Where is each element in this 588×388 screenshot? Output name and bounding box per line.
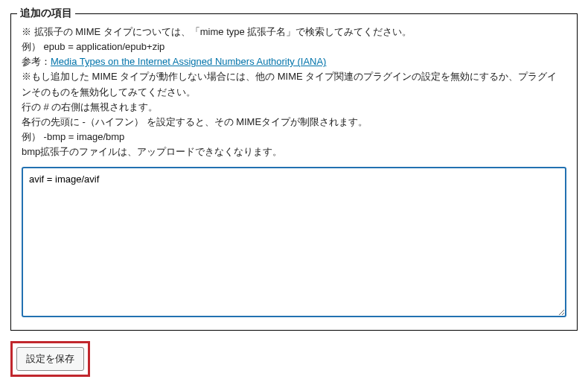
save-button[interactable]: 設定を保存 [16, 347, 84, 371]
desc-prefix: 参考： [22, 56, 51, 67]
button-row: 設定を保存 [10, 341, 578, 377]
iana-link[interactable]: Media Types on the Internet Assigned Num… [51, 56, 326, 67]
desc-line: 例） -bmp = image/bmp [22, 130, 566, 144]
description-block: ※ 拡張子の MIME タイプについては、「mime type 拡張子名」で検索… [22, 25, 566, 159]
desc-line: ※ 拡張子の MIME タイプについては、「mime type 拡張子名」で検索… [22, 25, 566, 39]
desc-line: 例） epub = application/epub+zip [22, 39, 566, 54]
fieldset-legend: 追加の項目 [17, 7, 75, 20]
mime-types-textarea[interactable] [22, 167, 566, 317]
textarea-wrap [22, 167, 566, 319]
save-highlight-box: 設定を保存 [10, 341, 90, 377]
desc-line: 参考：Media Types on the Internet Assigned … [22, 54, 566, 69]
additional-items-fieldset: 追加の項目 ※ 拡張子の MIME タイプについては、「mime type 拡張… [10, 13, 578, 331]
desc-line: ※もし追加した MIME タイプが動作しない場合には、他の MIME タイプ関連… [22, 69, 566, 99]
desc-line: bmp拡張子のファイルは、アップロードできなくなります。 [22, 144, 566, 159]
desc-line: 各行の先頭に -（ハイフン） を設定すると、その MIMEタイプが制限されます。 [22, 115, 566, 130]
desc-line: 行の # の右側は無視されます。 [22, 100, 566, 115]
